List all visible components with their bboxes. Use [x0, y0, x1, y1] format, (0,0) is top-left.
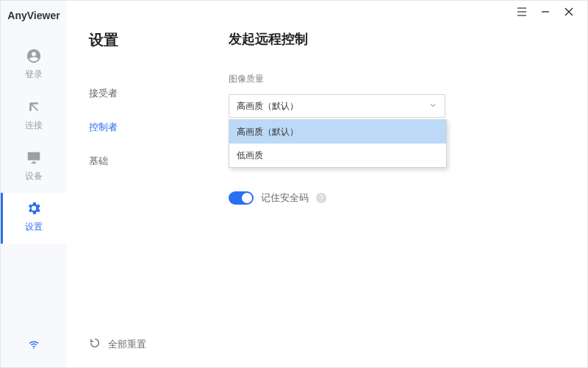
- quality-option-high[interactable]: 高画质（默认）: [229, 120, 446, 144]
- reset-label: 全部重置: [108, 338, 146, 351]
- sidebar-item-label: 设置: [25, 221, 43, 233]
- sidebar-item-settings[interactable]: 设置: [1, 193, 67, 244]
- gear-icon: [26, 200, 42, 216]
- chevron-down-icon: [429, 101, 437, 112]
- sidebar-item-label: 连接: [25, 119, 43, 132]
- sidebar-item-devices[interactable]: 设备: [1, 142, 67, 193]
- sidebar-item-login[interactable]: 登录: [1, 40, 67, 91]
- settings-subnav: 设置 接受者 控制者 基础 全部重置: [67, 1, 192, 367]
- sidebar-item-label: 设备: [25, 170, 43, 183]
- subnav-item-controller[interactable]: 控制者: [89, 110, 192, 144]
- subnav-item-receiver[interactable]: 接受者: [89, 77, 192, 110]
- user-icon: [26, 48, 42, 64]
- monitor-icon: [26, 149, 42, 166]
- connect-icon: [26, 99, 42, 115]
- wifi-icon[interactable]: [27, 338, 40, 354]
- sidebar: AnyViewer 登录 连接 设备 设置: [1, 1, 67, 367]
- remember-code-row: 记住安全码 ?: [229, 191, 558, 205]
- quality-select[interactable]: 高画质（默认） 高画质（默认） 低画质: [229, 94, 445, 118]
- quality-selected-value: 高画质（默认）: [237, 100, 298, 113]
- remember-code-label: 记住安全码: [261, 191, 309, 205]
- quality-option-low[interactable]: 低画质: [229, 144, 446, 167]
- remember-code-toggle[interactable]: [229, 191, 254, 205]
- main-content: 发起远程控制 图像质量 高画质（默认） 高画质（默认） 低画质 记住安全码 ?: [192, 1, 587, 367]
- help-icon[interactable]: ?: [316, 193, 326, 203]
- reset-all-button[interactable]: 全部重置: [89, 337, 192, 351]
- reset-icon: [89, 337, 101, 351]
- sidebar-item-label: 登录: [25, 68, 43, 81]
- svg-point-6: [33, 348, 35, 350]
- app-name: AnyViewer: [7, 10, 60, 21]
- settings-title: 设置: [89, 30, 192, 50]
- sidebar-item-connect[interactable]: 连接: [1, 91, 67, 142]
- quality-dropdown: 高画质（默认） 低画质: [229, 119, 447, 168]
- main-heading: 发起远程控制: [229, 30, 558, 48]
- quality-label: 图像质量: [229, 73, 558, 85]
- subnav-item-basic[interactable]: 基础: [89, 144, 192, 178]
